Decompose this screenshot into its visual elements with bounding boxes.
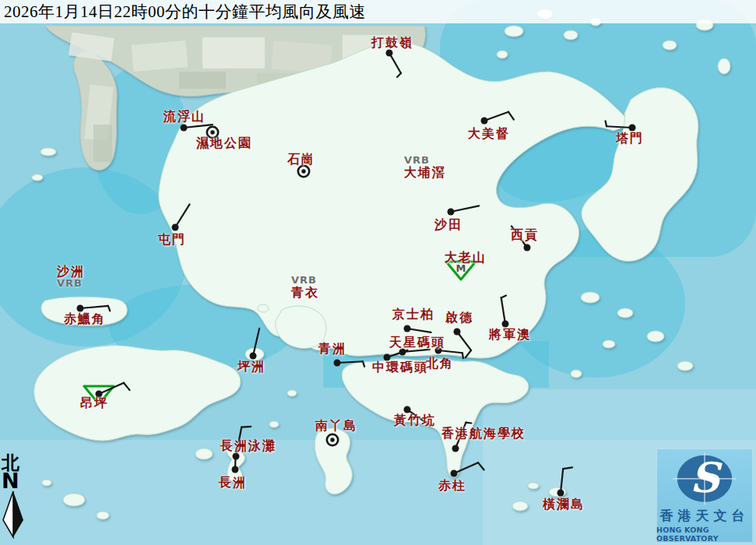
wind-barb-line: [407, 410, 430, 426]
wind-barb-line: [397, 73, 401, 77]
missing-data-indicator: M: [456, 262, 466, 274]
wind-barb-line: [253, 329, 259, 356]
wind-barb-line: [99, 383, 124, 394]
station-tap-mun-marker: [606, 121, 636, 131]
station-tates-cairn-marker: M: [446, 262, 476, 280]
station-kings-park-marker: [404, 325, 431, 332]
station-dot: [524, 244, 531, 251]
hko-name-zh: 香港天文台: [660, 507, 750, 525]
station-dot: [210, 130, 214, 134]
station-dot: [454, 329, 461, 336]
wind-barb-line: [175, 204, 190, 227]
wind-barb-line: [184, 125, 213, 128]
wind-barb-line: [462, 353, 463, 358]
station-dot: [404, 325, 411, 332]
wind-barb-line: [407, 329, 431, 332]
station-dot: [181, 125, 188, 132]
station-dot: [96, 391, 103, 398]
station-dot: [502, 321, 509, 328]
title-bar: 2026年1月14日22時00分的十分鐘平均風向及風速: [0, 0, 756, 23]
station-tai-mei-tuk-marker: [481, 112, 514, 125]
station-cheung-chau-beach-marker: [233, 427, 251, 460]
wind-barb-line: [501, 296, 506, 298]
station-dot: [232, 466, 239, 473]
station-dot: [384, 354, 391, 361]
wind-barb-line: [561, 469, 563, 493]
wind-barb-line: [363, 361, 364, 367]
station-markers-layer: M: [0, 0, 756, 545]
station-dot: [481, 118, 488, 125]
station-dot: [451, 470, 458, 477]
wind-barb-line: [438, 350, 462, 353]
station-green-island-marker: [334, 360, 365, 367]
station-dot: [452, 445, 459, 452]
wind-barb-line: [451, 206, 479, 212]
wind-barb-line: [606, 121, 607, 126]
north-arrow-icon: [2, 490, 26, 539]
station-wong-chuk-hang-marker: [404, 406, 431, 426]
hko-logo-monogram: S: [690, 453, 723, 501]
station-shek-kong-marker: [298, 166, 309, 177]
station-dot: [77, 305, 84, 312]
compass-label-en: N: [2, 472, 28, 490]
wind-barb-line: [508, 112, 514, 120]
station-dot: [334, 360, 341, 367]
wind-barb-line: [337, 361, 363, 363]
station-stanley-marker: [451, 462, 484, 476]
station-dot: [435, 347, 442, 354]
station-ta-kwu-ling-marker: [386, 50, 402, 77]
station-dot: [386, 50, 393, 57]
wind-barb-line: [607, 126, 632, 128]
station-dot: [448, 209, 455, 216]
station-ngong-ping-marker: [84, 383, 130, 404]
wind-barb-line: [501, 297, 505, 324]
wind-barb-line: [236, 427, 241, 456]
station-lamma-island-marker: [327, 434, 338, 445]
north-compass: 北 N: [2, 454, 28, 539]
station-dot: [629, 125, 636, 132]
station-sai-kung-marker: [512, 226, 530, 251]
station-peng-chau-marker: [250, 329, 260, 360]
wind-barb-line: [241, 427, 251, 427]
wind-barb-line: [484, 112, 508, 121]
station-dot: [301, 169, 305, 173]
wind-barb-line: [454, 462, 478, 473]
station-dot: [330, 438, 334, 441]
wind-map: M 打鼓嶺流浮山濕地公園石崗大美督塔門VRB大埔滘沙田西貢大老山屯門沙洲VRB赤…: [0, 0, 756, 545]
station-tuen-mun-marker: [172, 204, 190, 230]
wind-barb-line: [457, 332, 471, 350]
station-dot: [557, 490, 564, 497]
station-dot: [250, 353, 257, 360]
wind-barb-line: [563, 467, 572, 469]
station-sha-tin-marker: [448, 206, 480, 215]
wind-barb-line: [512, 226, 527, 248]
hko-logo: S 香港天文台 HONG KONG OBSERVATORY: [656, 448, 753, 543]
wind-barb-line: [124, 383, 130, 390]
station-north-point-marker: [435, 347, 463, 359]
wind-barb-line: [466, 423, 471, 424]
station-central-pier-marker: [384, 350, 408, 361]
station-dot: [404, 406, 411, 413]
wind-barb-line: [466, 350, 471, 357]
wind-barb-line: [108, 306, 110, 311]
station-tseung-kwan-o-marker: [501, 296, 509, 328]
wind-barb-line: [455, 423, 466, 448]
station-hk-sea-school-marker: [452, 423, 472, 452]
hko-name-en: HONG KONG OBSERVATORY: [656, 526, 753, 543]
map-title: 2026年1月14日22時00分的十分鐘平均風向及風速: [0, 1, 366, 23]
station-chek-lap-kok-marker: [77, 305, 111, 312]
wind-barb-line: [478, 462, 484, 469]
station-dot: [172, 224, 179, 231]
station-waglan-island-marker: [557, 467, 573, 496]
wind-barb-line: [80, 306, 108, 308]
hko-logo-emblem-icon: S: [656, 448, 753, 506]
station-wetland-park-marker: [207, 127, 218, 138]
